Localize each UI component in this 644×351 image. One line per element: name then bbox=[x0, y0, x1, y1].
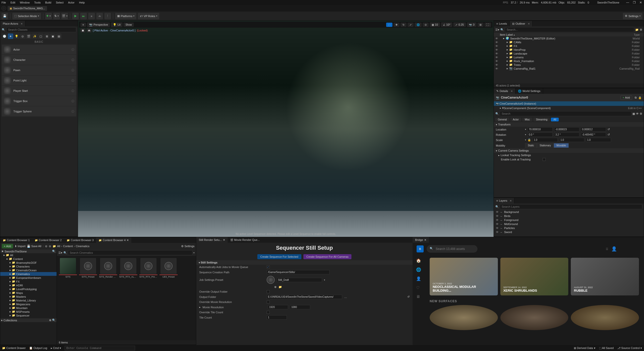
folder-tree-item[interactable]: ▸ 📁 All bbox=[0, 253, 57, 257]
content-drawer-button[interactable]: 📁 Content Drawer bbox=[2, 346, 26, 350]
pilot-eject[interactable]: ⏏ bbox=[87, 28, 91, 32]
loc-x[interactable] bbox=[528, 127, 553, 131]
layer-row[interactable]: 👁 ← Foreground bbox=[494, 218, 644, 222]
eye-icon[interactable]: 👁 bbox=[496, 223, 499, 226]
output-log-button[interactable]: 📋 Output Log bbox=[29, 346, 47, 350]
info-icon[interactable]: ⓘ bbox=[71, 68, 74, 72]
layer-row[interactable]: 👁 ← MidGround bbox=[494, 222, 644, 226]
skip-button[interactable]: ⏭ bbox=[80, 13, 87, 19]
cb-search[interactable] bbox=[68, 250, 192, 255]
add-component-button[interactable]: +Add bbox=[620, 95, 632, 100]
preset-thumb[interactable] bbox=[267, 276, 275, 284]
minimize-button[interactable]: — bbox=[626, 1, 629, 4]
still-settings-section[interactable]: ▾ Still Settings bbox=[196, 260, 413, 265]
place-actor-item[interactable]: Pawnⓘ bbox=[2, 65, 76, 75]
place-actor-item[interactable]: Trigger Sphereⓘ bbox=[2, 106, 76, 116]
scl-z[interactable] bbox=[586, 138, 611, 142]
res-h-input[interactable] bbox=[290, 305, 310, 309]
outliner-row[interactable]: 👁▸ 📁 CAMsFolder bbox=[494, 40, 644, 44]
browse-icon[interactable]: ⧉ bbox=[635, 96, 637, 99]
camera-speed[interactable]: 📷 3 bbox=[467, 22, 476, 27]
folder-tree-item[interactable]: ▸ 📁 Characters bbox=[0, 265, 57, 268]
place-actors-search[interactable] bbox=[6, 27, 76, 32]
close-icon[interactable]: ✕ bbox=[511, 90, 513, 93]
cb-tab-3[interactable]: 📁 Content Browser 3 bbox=[64, 237, 96, 243]
close-icon[interactable]: ✕ bbox=[528, 22, 530, 25]
eye-icon[interactable]: 👁 bbox=[496, 227, 499, 230]
place-actor-item[interactable]: Trigger Boxⓘ bbox=[2, 96, 76, 106]
lit-dropdown[interactable]: 💡Lit bbox=[111, 22, 123, 27]
outliner-row[interactable]: 👁▸ 📁 HeroPropFolder bbox=[494, 48, 644, 52]
cb-settings-button[interactable]: ⚙ Settings bbox=[181, 245, 194, 248]
out-folder-input[interactable] bbox=[267, 295, 342, 299]
reset-icon[interactable]: ↺ bbox=[608, 128, 610, 131]
viewport-scene[interactable] bbox=[78, 21, 494, 237]
folder-tree-item[interactable]: ▸ 📁 CinematicOcean bbox=[0, 268, 57, 272]
close-icon[interactable]: ✕ bbox=[510, 199, 512, 202]
add-content-button[interactable]: ✚▾ bbox=[45, 13, 52, 19]
scl-y[interactable] bbox=[559, 138, 584, 142]
all-saved-status[interactable]: ⬚ All Saved bbox=[599, 346, 614, 350]
menu-help[interactable]: Help bbox=[79, 1, 85, 4]
filter-volumes[interactable]: ▢ bbox=[38, 33, 44, 39]
eye-icon[interactable]: 👁 bbox=[495, 63, 498, 66]
viewport-options[interactable]: ≡ bbox=[80, 23, 86, 27]
favorites-icon[interactable]: ♡ bbox=[416, 285, 421, 290]
outliner-search[interactable] bbox=[505, 27, 634, 32]
info-icon[interactable]: ⓘ bbox=[71, 99, 74, 103]
ovr-out-checkbox[interactable] bbox=[267, 290, 270, 293]
browse-asset-icon[interactable]: ⊕ bbox=[274, 285, 276, 289]
gear-icon[interactable]: ⚙ bbox=[640, 112, 642, 115]
selection-mode-button[interactable]: ⬚ Selection Mode ▾ bbox=[12, 13, 41, 19]
folder-tree-item[interactable]: ▸ 📁 EuropeanHornbeam bbox=[0, 276, 57, 280]
filter-shapes[interactable]: ◎ bbox=[20, 33, 25, 39]
gear-icon[interactable]: ⚙ bbox=[640, 28, 642, 31]
folder-tree-item[interactable]: ▸ 📁 Mountain bbox=[0, 306, 57, 310]
cb-tab-1[interactable]: 📁 Content Browser 1 bbox=[0, 237, 32, 243]
folder-tree-item[interactable]: ▸ 📁 Sequencer bbox=[0, 314, 57, 317]
asset-item[interactable]: SITS_Preset bbox=[79, 258, 97, 278]
local-icon[interactable]: 🖥 bbox=[416, 294, 421, 299]
menu-edit[interactable]: Edit bbox=[11, 1, 15, 4]
tile-input[interactable] bbox=[267, 315, 287, 320]
ovr-res-checkbox[interactable] bbox=[267, 300, 270, 303]
settings-button[interactable]: ⚙ Settings ▾ bbox=[623, 13, 642, 19]
close-icon[interactable]: ✕ bbox=[223, 238, 225, 242]
folder-tree-item[interactable]: ▸ 📁 Maps bbox=[0, 291, 57, 295]
eye-icon[interactable]: 👁 bbox=[495, 56, 498, 59]
mobility-movable[interactable]: Movable bbox=[554, 143, 569, 148]
viewport-maximize[interactable]: ⛶ bbox=[485, 23, 491, 27]
bridge-tab[interactable]: Bridge ✕ bbox=[413, 237, 429, 243]
asset-item[interactable]: SITS bbox=[59, 258, 77, 278]
world-settings-tab[interactable]: 🌐World Settings bbox=[515, 88, 543, 94]
browse-icon[interactable]: … bbox=[344, 295, 347, 298]
reset-icon[interactable]: ↺ bbox=[407, 295, 410, 298]
bridge-card-3[interactable]: AUGUST 31, 2022RUBBLE bbox=[571, 258, 639, 295]
menu-select[interactable]: Select bbox=[56, 1, 64, 4]
asset-item[interactable]: UE5_Preset bbox=[159, 258, 178, 278]
outliner-row[interactable]: 👁▸ 📷 CameraRig_Rail1CameraRig_Rail bbox=[494, 67, 644, 70]
collections-label[interactable]: Collections bbox=[4, 319, 17, 322]
eye-icon[interactable]: 👁 bbox=[636, 112, 639, 115]
place-actors-tab[interactable]: Place Actors ✕ bbox=[0, 21, 25, 26]
scale-snap[interactable]: ⤢ 0.25 bbox=[453, 22, 466, 27]
layer-row[interactable]: 👁 ← Background bbox=[494, 210, 644, 214]
rot-y[interactable] bbox=[554, 133, 579, 137]
layers-tab[interactable]: ≡Layers✕ bbox=[494, 198, 514, 203]
console-input[interactable] bbox=[65, 346, 135, 350]
show-dropdown[interactable]: Show bbox=[124, 23, 134, 27]
platforms-button[interactable]: ▦ Platforms ▾ bbox=[115, 13, 136, 19]
folder-tree-item[interactable]: ▸ 📁 Masters bbox=[0, 295, 57, 298]
place-actor-item[interactable]: Point Lightⓘ bbox=[2, 75, 76, 85]
eye-icon[interactable]: 👁 bbox=[496, 231, 499, 234]
transform-section[interactable]: ▾ Transform bbox=[494, 122, 644, 127]
info-icon[interactable]: ⓘ bbox=[71, 110, 74, 113]
transform-select[interactable]: ⬚ bbox=[386, 23, 392, 27]
surface-snap[interactable]: ⊙ bbox=[423, 23, 429, 27]
filter-geometry[interactable]: ▣ bbox=[50, 33, 56, 39]
layer-row[interactable]: 👁 ← Sword bbox=[494, 230, 644, 234]
info-icon[interactable]: ⓘ bbox=[71, 89, 74, 93]
info-icon[interactable]: ⓘ bbox=[71, 79, 74, 82]
folder-tree-item[interactable]: ▸ 📁 FX bbox=[0, 280, 57, 283]
folder-tree-item[interactable]: ▸ 📁 LevelPrototyping bbox=[0, 287, 57, 291]
